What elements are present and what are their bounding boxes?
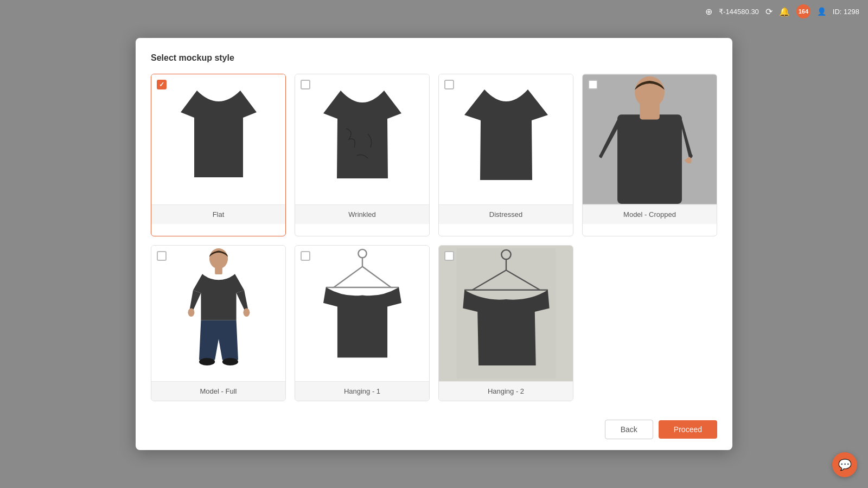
label-distressed: Distressed — [439, 204, 573, 224]
mockup-card-distressed[interactable]: Distressed — [438, 74, 573, 236]
mockup-image-hanging-1 — [295, 246, 429, 381]
model-full-svg — [181, 248, 257, 378]
modal-overlay: Select mockup style Flat — [0, 0, 868, 488]
checkbox-hanging-2[interactable] — [444, 251, 454, 261]
svg-rect-1 — [617, 114, 682, 204]
checkbox-box-wrinkled — [301, 80, 310, 89]
mockup-card-model-full[interactable]: Model - Full — [151, 245, 286, 401]
mockup-modal: Select mockup style Flat — [136, 38, 732, 450]
hanging2-svg — [455, 248, 558, 378]
mockup-card-flat[interactable]: Flat — [151, 74, 286, 236]
modal-footer: Back Proceed — [151, 412, 717, 439]
label-model-full: Model - Full — [151, 381, 285, 401]
mockup-grid-row1: Flat Wrink — [151, 74, 717, 236]
label-model-cropped-text: Model - Cropped — [623, 210, 676, 219]
label-hanging-2-text: Hanging - 2 — [488, 387, 524, 395]
svg-point-9 — [222, 358, 238, 365]
checkbox-box-hanging-2 — [444, 251, 454, 261]
label-model-cropped: Model - Cropped — [583, 204, 717, 224]
label-hanging-1-text: Hanging - 1 — [344, 387, 380, 395]
checkbox-model-cropped[interactable] — [588, 80, 598, 89]
svg-point-7 — [243, 309, 250, 317]
checkbox-flat[interactable] — [157, 80, 167, 89]
svg-rect-5 — [215, 266, 222, 274]
label-wrinkled: Wrinkled — [295, 204, 429, 224]
mockup-image-model-cropped — [583, 74, 717, 204]
mockup-card-model-cropped[interactable]: Model - Cropped — [582, 74, 717, 236]
proceed-button[interactable]: Proceed — [659, 420, 717, 439]
mockup-image-model-full — [151, 246, 285, 381]
modal-title: Select mockup style — [151, 53, 717, 63]
hanging1-svg — [319, 248, 406, 378]
checkbox-model-full[interactable] — [157, 251, 167, 261]
checkbox-box-model-full — [157, 251, 167, 261]
mockup-image-flat — [151, 74, 285, 204]
chat-bubble[interactable]: 💬 — [832, 452, 857, 477]
mockup-card-hanging-2[interactable]: Hanging - 2 — [438, 245, 573, 401]
checkbox-box-hanging-1 — [301, 251, 310, 261]
checkbox-box-distressed — [444, 80, 454, 89]
checkbox-box-flat — [157, 80, 167, 89]
tshirt-flat-svg — [175, 85, 262, 194]
tshirt-distressed-svg — [460, 85, 552, 194]
checkbox-box-model-cropped — [588, 80, 598, 89]
checkbox-wrinkled[interactable] — [301, 80, 310, 89]
chat-icon: 💬 — [838, 458, 852, 471]
label-flat: Flat — [151, 204, 285, 224]
mockup-card-hanging-1[interactable]: Hanging - 1 — [295, 245, 430, 401]
svg-point-6 — [188, 309, 194, 317]
tshirt-wrinkled-svg — [319, 85, 406, 194]
checkbox-hanging-1[interactable] — [301, 251, 310, 261]
mockup-image-wrinkled — [295, 74, 429, 204]
label-hanging-2: Hanging - 2 — [439, 381, 573, 401]
label-flat-text: Flat — [213, 210, 225, 219]
label-hanging-1: Hanging - 1 — [295, 381, 429, 401]
checkbox-distressed[interactable] — [444, 80, 454, 89]
mockup-image-distressed — [439, 74, 573, 204]
mockup-card-wrinkled[interactable]: Wrinkled — [295, 74, 430, 236]
svg-point-10 — [358, 249, 366, 258]
mockup-image-hanging-2 — [439, 246, 573, 381]
label-model-full-text: Model - Full — [200, 387, 237, 395]
mockup-grid-row2: Model - Full — [151, 245, 717, 401]
label-wrinkled-text: Wrinkled — [348, 210, 375, 219]
back-button[interactable]: Back — [605, 420, 653, 439]
model-cropped-svg — [583, 74, 717, 204]
svg-point-8 — [199, 358, 215, 365]
label-distressed-text: Distressed — [489, 210, 522, 219]
empty-placeholder — [582, 245, 717, 401]
